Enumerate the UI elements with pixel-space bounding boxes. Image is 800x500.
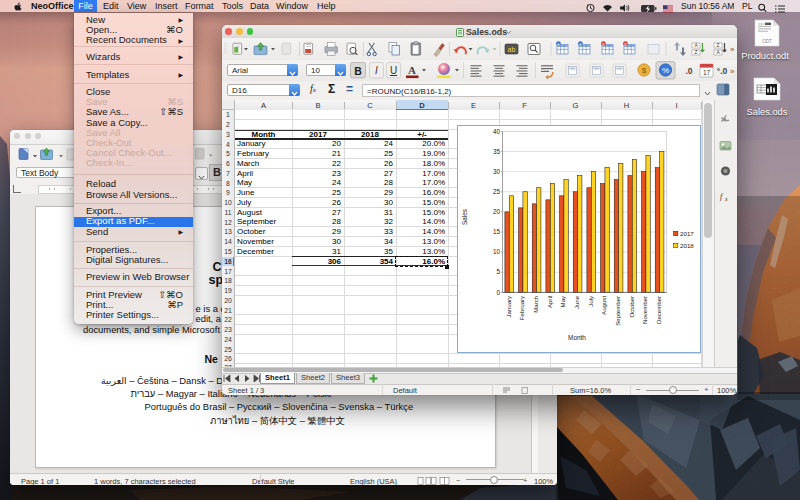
svg-text:Sales: Sales <box>461 209 468 225</box>
svg-text:%: % <box>662 66 669 75</box>
svg-text:x: x <box>624 41 627 47</box>
svg-text:»: » <box>730 67 735 76</box>
svg-text:x: x <box>602 41 605 47</box>
svg-text:I: I <box>375 65 378 76</box>
svg-text:May: May <box>559 295 566 307</box>
svg-text:December: December <box>655 295 662 323</box>
svg-text:20: 20 <box>493 208 501 215</box>
svg-text:June: June <box>573 295 580 309</box>
svg-text:x: x <box>724 196 728 202</box>
svg-text:40: 40 <box>493 127 501 134</box>
svg-text:+: + <box>557 41 560 47</box>
svg-text:15: 15 <box>493 228 501 235</box>
svg-text:March: March <box>532 295 539 312</box>
svg-text:September: September <box>614 295 621 325</box>
svg-text:January: January <box>505 295 512 318</box>
svg-text:0: 0 <box>496 288 500 295</box>
svg-text:U: U <box>390 65 397 76</box>
svg-text:10: 10 <box>493 248 501 255</box>
svg-text:ODT: ODT <box>762 39 772 44</box>
svg-text:5: 5 <box>496 268 500 275</box>
svg-text:Z: Z <box>695 50 698 55</box>
svg-text:35: 35 <box>493 147 501 154</box>
svg-text:August: August <box>600 295 607 314</box>
svg-text:30: 30 <box>493 167 501 174</box>
svg-text:February: February <box>518 295 525 320</box>
svg-text:°.0: °.0 <box>717 66 728 76</box>
svg-text:Z: Z <box>717 43 720 48</box>
svg-text:April: April <box>546 295 553 307</box>
svg-text:October: October <box>628 295 635 317</box>
svg-text:f: f <box>720 192 724 201</box>
svg-text:2018: 2018 <box>680 241 694 248</box>
svg-text:A: A <box>408 64 416 76</box>
svg-text:.0: .0 <box>685 66 692 76</box>
svg-text:2017: 2017 <box>680 229 694 236</box>
svg-text:Month: Month <box>568 334 586 341</box>
svg-text:B: B <box>354 65 362 77</box>
svg-text:ab: ab <box>508 46 516 53</box>
svg-text:July: July <box>587 295 594 307</box>
svg-text:25: 25 <box>493 188 501 195</box>
svg-text:$: $ <box>642 66 647 75</box>
svg-text:November: November <box>641 295 648 323</box>
svg-text:+: + <box>579 41 582 47</box>
svg-text:17: 17 <box>703 69 711 76</box>
